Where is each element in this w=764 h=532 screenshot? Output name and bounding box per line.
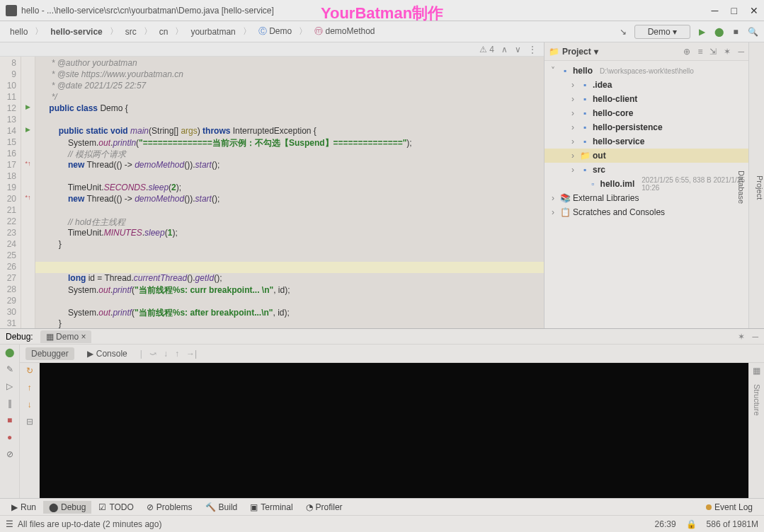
debug-icon[interactable]: ⬤ [713, 26, 724, 37]
bottom-tab-problems[interactable]: ⊘ Problems [141, 501, 198, 514]
tree-node-ext-lib[interactable]: ›📚External Libraries [545, 191, 748, 205]
breadcrumb-demoMethod[interactable]: ⓜ demoMethod [310, 24, 379, 39]
bottom-tab-debug[interactable]: ⬤ Debug [43, 501, 91, 514]
breadcrumb-src[interactable]: src [121, 25, 141, 38]
event-log-button[interactable]: Event Log [700, 501, 758, 514]
modify-icon[interactable]: ✎ [6, 364, 13, 374]
step-into-icon[interactable]: ↓ [164, 349, 168, 359]
tree-node-hello.iml[interactable]: ▫hello.iml 2021/1/25 6:55, 838 B 2021/1/… [545, 177, 748, 191]
bottom-tab-todo[interactable]: ☑ TODO [93, 501, 139, 514]
tree-node-hello-client[interactable]: ›▪hello-client [545, 92, 748, 106]
resume-icon[interactable]: ▷ [6, 381, 13, 391]
main-area: ⚠ 4 ∧ ∨ ⋮ 891011121314151617181920212223… [0, 42, 764, 328]
tree-node-root[interactable]: ˅▪hello D:\workspaces-work\test\hello [545, 64, 748, 78]
project-title[interactable]: 📁 Project ▾ [549, 47, 598, 57]
project-tree[interactable]: ˅▪hello D:\workspaces-work\test\hello›▪.… [545, 61, 748, 328]
breakpoints-icon[interactable]: ● [7, 432, 12, 442]
memory-indicator[interactable]: 586 of 1981M [707, 519, 758, 529]
breadcrumb-cn[interactable]: cn [155, 25, 173, 38]
status-message: All files are up-to-date (2 minutes ago) [18, 519, 161, 529]
debug-label: Debug: [6, 332, 33, 342]
right-tool-strip: Project Database [748, 42, 764, 328]
close-button[interactable]: ✕ [750, 5, 758, 16]
console-action-strip: ↻ ↑ ↓ ⊟ [20, 363, 40, 498]
status-icon: ☰ [6, 519, 13, 529]
bottom-tab-run[interactable]: ▶ Run [6, 501, 42, 514]
gutter-marks[interactable]: ▶▶*↑*↑ [21, 57, 35, 328]
down-icon[interactable]: ↓ [28, 400, 32, 410]
navigation-bar: hello〉hello-service〉src〉cn〉yourbatman〉Ⓒ … [0, 21, 764, 42]
editor-inspection-bar: ⚠ 4 ∧ ∨ ⋮ [0, 42, 544, 57]
window-controls: ─ □ ✕ [712, 5, 758, 16]
nav-up-icon[interactable]: ∧ [501, 45, 508, 54]
tree-node-hello-core[interactable]: ›▪hello-core [545, 106, 748, 120]
expand-icon[interactable]: ≡ [697, 47, 702, 57]
editor-body[interactable]: 8910111213141516171819202122232425262728… [0, 57, 544, 328]
console-tab[interactable]: ▶ Console [81, 347, 133, 360]
breadcrumb-hello[interactable]: hello [6, 25, 32, 38]
debugger-tab[interactable]: Debugger [25, 347, 74, 360]
tree-node-out[interactable]: ›📁out [545, 149, 748, 163]
breadcrumb-hello-service[interactable]: hello-service [46, 25, 106, 38]
tree-node-.idea[interactable]: ›▪.idea [545, 78, 748, 92]
collapse-icon[interactable]: ⇲ [709, 47, 717, 57]
step-over-icon[interactable]: ⤻ [149, 349, 156, 359]
structure-tab[interactable]: Structure [753, 384, 761, 416]
cursor-position: 26:39 [655, 519, 676, 529]
tree-node-scratches[interactable]: ›📋Scratches and Consoles [545, 205, 748, 219]
breadcrumbs: hello〉hello-service〉src〉cn〉yourbatman〉Ⓒ … [6, 24, 380, 39]
debug-session-tab[interactable]: ▦ Demo × [40, 330, 92, 343]
window-title: hello - ...\hello-service\src\cn\yourbat… [21, 6, 274, 16]
locate-icon[interactable]: ⊕ [683, 47, 690, 57]
restart-frame-icon[interactable]: ↻ [26, 366, 33, 376]
project-tool-window: 📁 Project ▾ ⊕ ≡ ⇲ ✶ ─ ˅▪hello D:\workspa… [545, 42, 748, 328]
line-gutter[interactable]: 8910111213141516171819202122232425262728… [0, 57, 21, 328]
app-icon [6, 5, 17, 16]
status-bar: ☰ All files are up-to-date (2 minutes ag… [0, 515, 764, 532]
pause-icon[interactable]: ‖ [8, 398, 12, 408]
tool-tab-database[interactable]: Database [737, 170, 746, 204]
bottom-tab-terminal[interactable]: ▣ Terminal [244, 501, 298, 514]
warnings-badge[interactable]: ⚠ 4 [479, 45, 494, 54]
layout-icon[interactable]: ▦ [753, 366, 760, 376]
step-out-icon[interactable]: ↑ [175, 349, 179, 359]
minimize-button[interactable]: ─ [712, 5, 719, 16]
bottom-tab-profiler[interactable]: ◔ Profiler [300, 501, 348, 514]
bottom-toolbar: ▶ Run⬤ Debug☑ TODO⊘ Problems🔨 Build▣ Ter… [0, 498, 764, 515]
tree-node-src[interactable]: ›▪src [545, 163, 748, 177]
build-icon[interactable]: ↘ [617, 26, 629, 37]
hide-icon[interactable]: ─ [738, 47, 744, 57]
settings-icon[interactable]: ✶ [724, 47, 731, 57]
editor-area: ⚠ 4 ∧ ∨ ⋮ 891011121314151617181920212223… [0, 42, 545, 328]
run-to-cursor-icon[interactable]: →| [186, 349, 197, 359]
titlebar: hello - ...\hello-service\src\cn\yourbat… [0, 0, 764, 21]
lock-icon[interactable]: 🔒 [686, 519, 697, 529]
right-sidebar: 📁 Project ▾ ⊕ ≡ ⇲ ✶ ─ ˅▪hello D:\workspa… [545, 42, 764, 328]
maximize-button[interactable]: □ [731, 5, 737, 16]
more-icon[interactable]: ⋮ [528, 45, 537, 54]
debug-hide-icon[interactable]: ─ [752, 332, 758, 342]
breadcrumb-Demo[interactable]: Ⓒ Demo [254, 24, 296, 39]
nav-down-icon[interactable]: ∨ [515, 45, 521, 54]
stop-icon[interactable]: ■ [730, 26, 741, 37]
console-output[interactable] [40, 363, 748, 498]
tree-node-hello-persistence[interactable]: ›▪hello-persistence [545, 120, 748, 134]
run-config-selector[interactable]: Demo ▾ [634, 25, 690, 39]
debug-panel: Debug: ▦ Demo × ✶ ─ ⬤ ✎ ▷ ‖ ■ ● ⊘ Debugg… [0, 328, 764, 498]
tree-node-hello-service[interactable]: ›▪hello-service [545, 134, 748, 149]
up-icon[interactable]: ↑ [28, 383, 32, 393]
rerun-icon[interactable]: ⬤ [5, 347, 14, 357]
frames-icon[interactable]: ⊟ [26, 417, 33, 427]
search-icon[interactable]: 🔍 [747, 26, 758, 37]
stop-icon[interactable]: ■ [7, 415, 12, 425]
tool-tab-project[interactable]: Project [756, 175, 764, 200]
debug-action-strip: ⬤ ✎ ▷ ‖ ■ ● ⊘ [0, 345, 20, 498]
bottom-tab-build[interactable]: 🔨 Build [200, 501, 244, 514]
mute-icon[interactable]: ⊘ [6, 449, 13, 459]
breadcrumb-yourbatman[interactable]: yourbatman [186, 25, 239, 38]
debug-settings-icon[interactable]: ✶ [738, 332, 745, 342]
code-content[interactable]: * @author yourbatman * @site https://www… [35, 57, 544, 328]
run-icon[interactable]: ▶ [696, 26, 707, 37]
